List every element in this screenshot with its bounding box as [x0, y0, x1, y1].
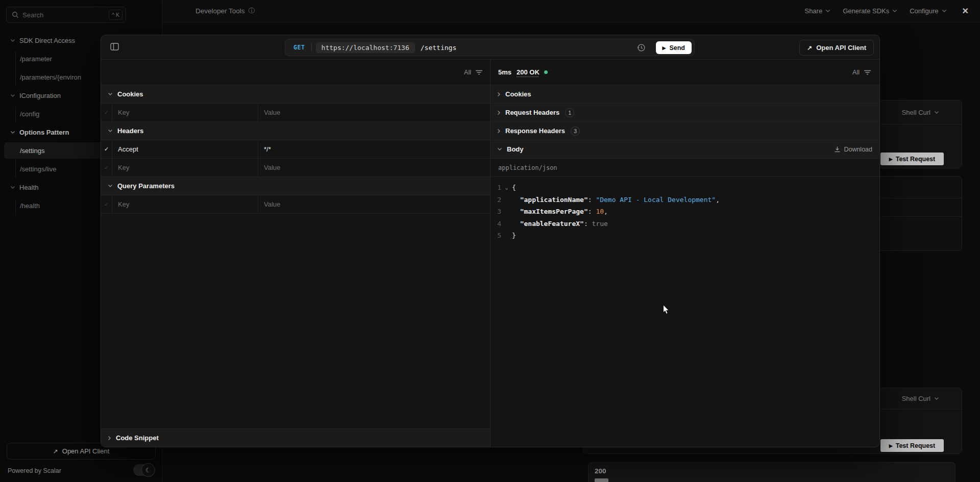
history-button[interactable] — [637, 43, 646, 52]
response-panel: 5ms 200 OK All Cookies Request Headers 1 — [490, 60, 879, 447]
request-headers-count-badge: 1 — [565, 108, 574, 117]
chevron-right-icon — [497, 129, 501, 134]
request-path[interactable]: /settings — [421, 44, 456, 52]
response-section-request-headers[interactable]: Request Headers 1 — [491, 104, 879, 122]
response-status-code[interactable]: 200 OK — [517, 68, 540, 76]
request-section-headers[interactable]: Headers — [101, 122, 490, 140]
response-status-strip: 5ms 200 OK All — [491, 60, 879, 85]
code-line: 3 "maxItemsPerPage": 10, — [494, 206, 879, 218]
code-snippet-section[interactable]: Code Snippet — [101, 428, 490, 447]
cookie-value-input[interactable] — [264, 109, 490, 116]
download-icon — [834, 146, 841, 153]
headers-empty-row: ✓ — [101, 159, 490, 177]
cookie-key-input[interactable] — [118, 109, 258, 116]
send-button[interactable]: ▶ Send — [656, 41, 692, 54]
request-url-bar[interactable]: GET https://localhost:7136 /settings ▶ S… — [285, 39, 695, 56]
chevron-right-icon — [497, 92, 501, 97]
status-success-dot — [544, 70, 548, 74]
request-section-query-parameters[interactable]: Query Parameters — [101, 177, 490, 195]
fold-chevron-icon[interactable]: ⌄ — [501, 184, 512, 191]
layout-sidebar-icon — [110, 43, 119, 50]
download-button[interactable]: Download — [834, 146, 872, 153]
response-body-code: 1⌄{2 "applicationName": "Demo API - Loca… — [491, 177, 879, 242]
modal-toolbar: GET https://localhost:7136 /settings ▶ S… — [101, 35, 879, 60]
header-key-input[interactable] — [118, 145, 258, 153]
header-value-input[interactable] — [264, 145, 490, 153]
base-url-chip[interactable]: https://localhost:7136 — [316, 42, 415, 53]
mouse-cursor — [663, 304, 671, 315]
response-headers-count-badge: 3 — [571, 126, 580, 136]
request-section-cookies[interactable]: Cookies — [101, 85, 490, 104]
header-value-input[interactable] — [264, 164, 490, 171]
chevron-down-icon — [108, 184, 113, 188]
code-line: 1⌄{ — [494, 182, 879, 194]
request-filter-row: All — [101, 60, 490, 85]
screen: Developer Tools ⓘ Share Generate SDKs Co… — [0, 0, 980, 482]
arrow-up-right-icon: ↗ — [807, 44, 812, 52]
response-section-body[interactable]: Body Download — [491, 140, 879, 159]
row-checkbox-checked[interactable]: ✓ — [101, 140, 112, 158]
response-filter-control[interactable]: All — [852, 69, 871, 76]
response-section-cookies[interactable]: Cookies — [491, 85, 879, 104]
query-value-input[interactable] — [264, 200, 490, 208]
sidebar-toggle-button[interactable] — [110, 43, 119, 50]
response-section-response-headers[interactable]: Response Headers 3 — [491, 122, 879, 140]
request-panel: All Cookies ✓ Headers — [101, 60, 490, 447]
row-checkbox[interactable]: ✓ — [101, 104, 112, 121]
api-client-modal: GET https://localhost:7136 /settings ▶ S… — [101, 35, 880, 447]
modal-content: All Cookies ✓ Headers — [101, 60, 879, 447]
play-icon: ▶ — [663, 45, 666, 50]
filter-icon — [475, 69, 483, 75]
request-filter-control[interactable]: All — [464, 69, 483, 76]
header-accept-row: ✓ — [101, 140, 490, 159]
chevron-down-icon — [108, 92, 113, 96]
row-checkbox[interactable]: ✓ — [101, 195, 112, 213]
chevron-right-icon — [497, 110, 501, 115]
code-line: 2 "applicationName": "Demo API - Local D… — [494, 194, 879, 206]
chevron-down-icon — [497, 147, 502, 151]
response-duration: 5ms — [498, 68, 511, 76]
divider — [311, 43, 312, 52]
query-key-input[interactable] — [118, 200, 258, 208]
row-checkbox[interactable]: ✓ — [101, 159, 112, 176]
filter-icon — [864, 69, 871, 75]
cookies-empty-row: ✓ — [101, 104, 490, 122]
code-line: 4 "enableFeatureX": true — [494, 218, 879, 230]
chevron-down-icon — [108, 129, 113, 133]
code-line: 5} — [494, 230, 879, 242]
response-content-type: application/json — [491, 159, 879, 177]
header-key-input[interactable] — [118, 164, 258, 171]
history-clock-icon — [637, 43, 646, 52]
query-params-empty-row: ✓ — [101, 195, 490, 214]
http-method-label[interactable]: GET — [293, 44, 305, 51]
chevron-right-icon — [108, 436, 111, 441]
open-api-client-button[interactable]: ↗ Open API Client — [799, 40, 874, 56]
